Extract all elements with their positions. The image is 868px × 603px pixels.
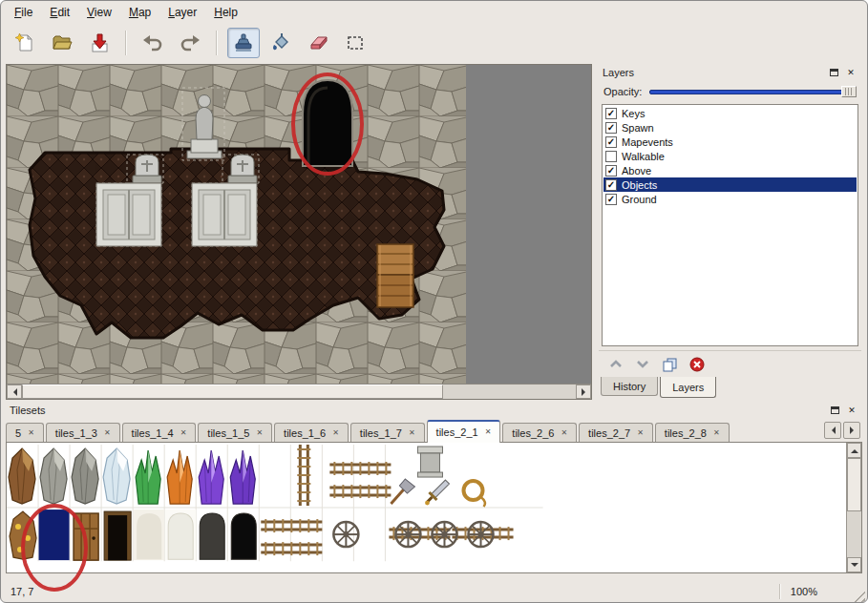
map-render xyxy=(7,65,591,384)
layer-row-ground[interactable]: Ground xyxy=(603,192,857,206)
tab-label: tiles_1_6 xyxy=(284,427,326,439)
delete-layer-button[interactable] xyxy=(689,357,705,372)
scroll-down-button[interactable] xyxy=(847,557,861,572)
close-tab-icon[interactable]: ✕ xyxy=(637,429,644,437)
scroll-left-button[interactable] xyxy=(7,385,22,399)
tileset-tab-tiles_1_6[interactable]: tiles_1_6 ✕ xyxy=(274,423,349,442)
close-tab-icon[interactable]: ✕ xyxy=(713,429,720,437)
layer-row-spawn[interactable]: Spawn xyxy=(603,120,857,135)
close-tab-icon[interactable]: ✕ xyxy=(28,429,34,437)
tileset-tab-tiles_2_6[interactable]: tiles_2_6 ✕ xyxy=(502,423,577,442)
tileset-canvas[interactable] xyxy=(6,442,862,573)
tab-label: tiles_2_1 xyxy=(436,426,478,438)
layer-row-keys[interactable]: Keys xyxy=(603,106,857,120)
float-dock-button[interactable] xyxy=(827,67,840,79)
close-tab-icon[interactable]: ✕ xyxy=(485,428,492,436)
layer-checkbox[interactable] xyxy=(605,122,617,134)
tileset-vertical-scrollbar[interactable] xyxy=(846,443,861,572)
slider-track[interactable] xyxy=(649,90,855,94)
tilesets-dock-title: Tilesets xyxy=(10,405,46,416)
undo-button[interactable] xyxy=(137,28,169,58)
eraser-tool-button[interactable] xyxy=(302,28,334,58)
tab-layers[interactable]: Layers xyxy=(660,377,716,398)
stamp-tool-icon xyxy=(233,32,254,53)
slider-handle[interactable] xyxy=(841,86,857,97)
map-canvas[interactable] xyxy=(7,65,591,384)
menu-map[interactable]: Map xyxy=(121,4,159,21)
tileset-tab-tiles_1_4[interactable]: tiles_1_4 ✕ xyxy=(122,423,197,442)
tab-history[interactable]: History xyxy=(601,377,658,396)
tile-pale-arch xyxy=(134,509,164,560)
duplicate-layer-button[interactable] xyxy=(662,357,678,372)
tab-scroll-right-button[interactable] xyxy=(843,422,860,439)
tab-label: tiles_2_6 xyxy=(512,427,554,439)
layer-row-mapevents[interactable]: Mapevents xyxy=(603,135,857,149)
scroll-right-button[interactable] xyxy=(576,385,591,399)
tileset-tab-tiles_1_7[interactable]: tiles_1_7 ✕ xyxy=(350,423,425,442)
layer-checkbox[interactable] xyxy=(605,179,617,191)
tileset-tab-tiles_2_7[interactable]: tiles_2_7 ✕ xyxy=(579,423,653,442)
tileset-render xyxy=(7,443,846,572)
layer-row-above[interactable]: Above xyxy=(603,163,857,177)
select-tool-button[interactable] xyxy=(339,28,371,58)
save-button[interactable] xyxy=(83,28,116,58)
fill-tool-button[interactable] xyxy=(265,28,297,58)
menu-edit[interactable]: Edit xyxy=(42,4,77,21)
tab-label: tiles_1_3 xyxy=(55,427,97,439)
redo-icon xyxy=(180,32,201,53)
tile-selected-navy[interactable] xyxy=(39,509,70,560)
close-tab-icon[interactable]: ✕ xyxy=(561,429,567,437)
tileset-tab-tiles_1_5[interactable]: tiles_1_5 ✕ xyxy=(198,423,272,442)
scrollbar-handle[interactable] xyxy=(22,385,443,399)
chevron-down-icon xyxy=(635,358,650,370)
stamp-tool-button[interactable] xyxy=(227,28,260,58)
float-dock-button[interactable] xyxy=(828,405,841,417)
scroll-up-button[interactable] xyxy=(847,443,861,458)
scrollbar-track[interactable] xyxy=(847,458,861,557)
tile-wheel xyxy=(395,522,420,547)
tab-scroll-left-button[interactable] xyxy=(824,422,841,439)
menu-help[interactable]: Help xyxy=(206,4,245,21)
tab-scroll-buttons xyxy=(824,422,862,439)
tileset-tab-tiles_2_8[interactable]: tiles_2_8 ✕ xyxy=(655,423,730,442)
open-file-icon xyxy=(52,32,73,53)
move-layer-up-button[interactable] xyxy=(608,358,624,370)
arrow-left-icon xyxy=(828,426,836,434)
close-dock-button[interactable]: ✕ xyxy=(845,405,858,417)
layer-checkbox[interactable] xyxy=(605,194,617,205)
tab-label: History xyxy=(613,381,646,392)
duplicate-icon xyxy=(662,357,678,372)
layer-list[interactable]: Keys Spawn Mapevents Walkable Above xyxy=(602,104,858,346)
scrollbar-track[interactable] xyxy=(22,385,576,399)
open-file-button[interactable] xyxy=(46,28,78,58)
crypt-slab xyxy=(192,183,257,246)
redo-button[interactable] xyxy=(174,28,206,58)
layer-checkbox[interactable] xyxy=(605,136,617,148)
tile-dark-doorway xyxy=(104,511,131,560)
tileset-tab-5[interactable]: 5 ✕ xyxy=(6,423,44,442)
layers-dock-title: Layers xyxy=(603,67,634,78)
tileset-tab-tiles_2_1[interactable]: tiles_2_1 ✕ xyxy=(427,420,501,443)
scrollbar-handle[interactable] xyxy=(847,458,861,511)
close-tab-icon[interactable]: ✕ xyxy=(104,429,111,437)
layer-checkbox[interactable] xyxy=(605,108,617,119)
layer-checkbox[interactable] xyxy=(605,165,617,177)
menu-view[interactable]: View xyxy=(79,4,119,21)
tileset-tab-tiles_1_3[interactable]: tiles_1_3 ✕ xyxy=(46,423,120,442)
layer-row-objects[interactable]: Objects xyxy=(603,177,857,192)
close-tab-icon[interactable]: ✕ xyxy=(409,429,415,437)
close-tab-icon[interactable]: ✕ xyxy=(180,429,187,437)
toolbar-separator xyxy=(216,31,218,55)
menu-file[interactable]: File xyxy=(7,4,40,21)
new-file-button[interactable] xyxy=(9,28,41,58)
menu-layer[interactable]: Layer xyxy=(160,4,204,21)
fill-tool-icon xyxy=(270,32,291,53)
move-layer-down-button[interactable] xyxy=(635,358,650,370)
layer-checkbox[interactable] xyxy=(605,151,617,162)
map-horizontal-scrollbar[interactable] xyxy=(7,384,591,399)
close-tab-icon[interactable]: ✕ xyxy=(332,429,339,437)
layer-row-walkable[interactable]: Walkable xyxy=(603,149,857,163)
close-dock-button[interactable]: ✕ xyxy=(844,67,857,79)
opacity-slider[interactable] xyxy=(649,85,857,98)
close-tab-icon[interactable]: ✕ xyxy=(256,429,263,437)
